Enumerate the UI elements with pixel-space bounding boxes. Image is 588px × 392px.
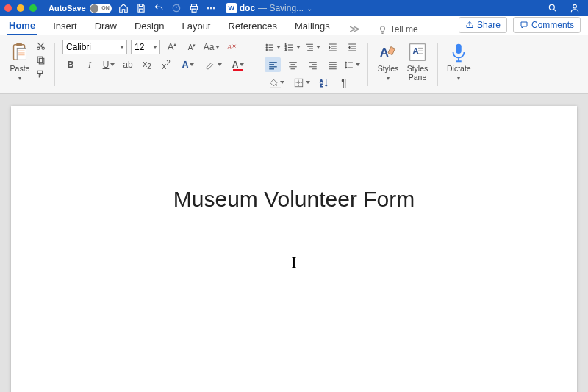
text-effects-button[interactable]: A — [177, 57, 199, 72]
justify-button[interactable] — [324, 57, 340, 72]
svg-text:A: A — [226, 43, 232, 51]
align-right-button[interactable] — [304, 57, 320, 72]
paragraph-group: 123 AZ ¶ — [260, 38, 365, 93]
tab-references[interactable]: References — [227, 17, 279, 35]
close-window-button[interactable] — [4, 4, 12, 12]
format-painter-button[interactable] — [34, 68, 47, 79]
subscript-icon: x2 — [143, 59, 151, 71]
tab-home[interactable]: Home — [7, 16, 37, 35]
account-icon[interactable] — [569, 2, 581, 14]
styles-button[interactable]: A Styles ▾ — [376, 40, 401, 83]
line-spacing-icon — [344, 60, 354, 71]
decrease-font-icon: A▾ — [188, 43, 196, 51]
shading-swatch — [270, 87, 281, 88]
minimize-window-button[interactable] — [17, 4, 24, 12]
strikethrough-button[interactable]: ab — [120, 57, 136, 72]
comment-icon — [520, 21, 528, 29]
increase-indent-button[interactable] — [344, 40, 360, 54]
subscript-button[interactable]: x2 — [139, 57, 155, 72]
undo-icon[interactable] — [153, 2, 165, 14]
line-spacing-button[interactable] — [344, 57, 360, 72]
copy-button[interactable] — [34, 54, 47, 65]
superscript-button[interactable]: x2 — [158, 57, 174, 72]
bullets-icon — [265, 42, 275, 53]
increase-font-button[interactable]: A▴ — [164, 40, 180, 54]
change-case-button[interactable]: Aa — [204, 40, 220, 54]
comments-button[interactable]: Comments — [513, 17, 581, 33]
cut-button[interactable] — [34, 40, 47, 51]
clear-format-icon: A — [226, 42, 237, 53]
autosave-label: AutoSave — [49, 4, 86, 13]
tab-layout[interactable]: Layout — [180, 17, 212, 35]
decrease-indent-button[interactable] — [324, 40, 340, 54]
tab-draw[interactable]: Draw — [93, 17, 118, 35]
paste-label: Paste — [10, 65, 30, 74]
highlight-button[interactable] — [202, 57, 224, 72]
microphone-icon — [448, 41, 470, 63]
font-name-select[interactable] — [62, 40, 127, 54]
tab-insert[interactable]: Insert — [51, 17, 79, 35]
highlight-swatch — [208, 69, 218, 71]
autosave-control[interactable]: AutoSave ON — [49, 4, 112, 13]
autosave-toggle[interactable]: ON — [90, 4, 112, 13]
maximize-window-button[interactable] — [29, 4, 37, 12]
document-heading[interactable]: Museum Volunteer Form — [68, 187, 520, 212]
clipboard-group: Paste ▾ — [3, 38, 51, 93]
save-icon[interactable] — [135, 2, 147, 14]
sort-button[interactable]: AZ — [316, 75, 332, 90]
align-center-button[interactable] — [284, 57, 301, 72]
numbering-button[interactable]: 123 — [284, 40, 301, 54]
document-title[interactable]: W doc — Saving... ⌄ — [226, 3, 312, 13]
outdent-icon — [327, 42, 338, 53]
styles-pane-icon: A — [406, 41, 429, 63]
show-marks-button[interactable]: ¶ — [336, 75, 352, 90]
tab-design[interactable]: Design — [133, 17, 165, 35]
search-icon[interactable] — [547, 2, 559, 14]
bold-button[interactable]: B — [62, 57, 79, 72]
tell-me-search[interactable]: Tell me — [378, 24, 418, 35]
print-icon[interactable] — [188, 2, 200, 14]
borders-icon — [293, 77, 304, 88]
styles-pane-button[interactable]: A Styles Pane — [405, 40, 430, 83]
shading-button[interactable] — [265, 75, 287, 90]
styles-group: A Styles ▾ A Styles Pane — [371, 38, 434, 93]
borders-button[interactable] — [290, 75, 312, 90]
sort-icon: AZ — [319, 77, 330, 88]
paste-button[interactable]: Paste ▾ — [7, 40, 32, 83]
styles-pane-label: Styles Pane — [407, 65, 429, 82]
svg-point-14 — [266, 44, 268, 46]
bulb-icon — [378, 25, 387, 35]
voice-group: Dictate ▾ — [441, 38, 477, 93]
dictate-button[interactable]: Dictate ▾ — [445, 40, 473, 83]
ribbon: Paste ▾ A▴ A▾ Aa — [0, 35, 588, 94]
document-page[interactable]: Museum Volunteer Form I — [11, 106, 577, 392]
paste-icon — [9, 41, 31, 63]
redo-icon[interactable] — [171, 2, 182, 14]
italic-button[interactable]: I — [82, 57, 98, 72]
font-group: A▴ A▾ Aa A B I U ab x2 x2 A A — [58, 38, 254, 93]
comments-label: Comments — [531, 20, 574, 30]
svg-point-16 — [266, 49, 268, 51]
chevron-down-icon: ▾ — [18, 75, 21, 82]
indent-icon — [347, 42, 358, 53]
font-color-icon: A — [232, 60, 239, 70]
home-icon[interactable] — [118, 2, 129, 14]
font-size-select[interactable] — [131, 40, 160, 54]
underline-button[interactable]: U — [101, 57, 117, 72]
multilevel-list-button[interactable] — [304, 40, 320, 54]
more-icon[interactable]: ⋯ — [206, 2, 218, 14]
share-label: Share — [477, 20, 501, 30]
svg-rect-27 — [456, 44, 462, 54]
clear-formatting-button[interactable]: A — [223, 40, 240, 54]
chevron-down-icon[interactable]: ⌄ — [306, 4, 312, 13]
tab-mailings[interactable]: Mailings — [293, 17, 331, 35]
tabs-overflow-icon[interactable]: ≫ — [346, 23, 363, 35]
decrease-font-button[interactable]: A▾ — [184, 40, 200, 54]
copy-icon — [36, 55, 46, 65]
bullets-button[interactable] — [265, 40, 281, 54]
font-color-swatch — [233, 69, 243, 71]
align-left-button[interactable] — [265, 57, 281, 72]
share-button[interactable]: Share — [459, 17, 507, 33]
chevron-down-icon: ▾ — [457, 75, 460, 82]
font-color-button[interactable]: A — [227, 57, 249, 72]
